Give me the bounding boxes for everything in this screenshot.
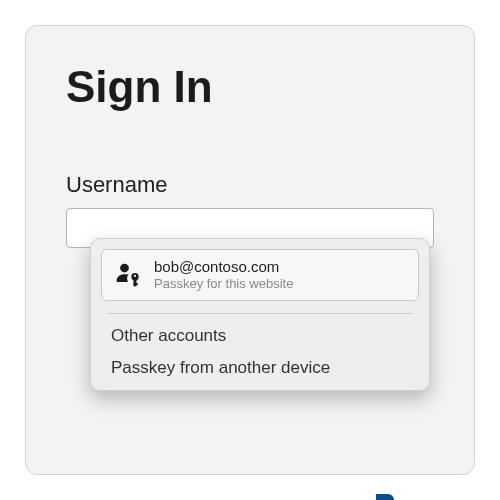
page-title: Sign In [66, 62, 434, 112]
another-device-option[interactable]: Passkey from another device [101, 352, 419, 384]
submit-button-edge[interactable] [376, 494, 394, 500]
account-text: bob@contoso.com Passkey for this website [154, 258, 293, 292]
svg-rect-3 [134, 279, 137, 286]
account-subtitle: Passkey for this website [154, 276, 293, 292]
passkey-suggestion-popup: bob@contoso.com Passkey for this website… [90, 238, 430, 391]
svg-point-2 [134, 275, 136, 277]
person-key-icon [114, 261, 142, 289]
other-accounts-option[interactable]: Other accounts [101, 320, 419, 352]
username-label: Username [66, 172, 434, 198]
svg-point-0 [120, 263, 129, 272]
account-email: bob@contoso.com [154, 258, 293, 276]
signin-card: Sign In Username bob@contoso [25, 25, 475, 475]
username-input-wrap: bob@contoso.com Passkey for this website… [66, 208, 434, 248]
svg-rect-4 [134, 283, 138, 285]
popup-divider [107, 313, 413, 314]
passkey-account-option[interactable]: bob@contoso.com Passkey for this website [101, 249, 419, 301]
